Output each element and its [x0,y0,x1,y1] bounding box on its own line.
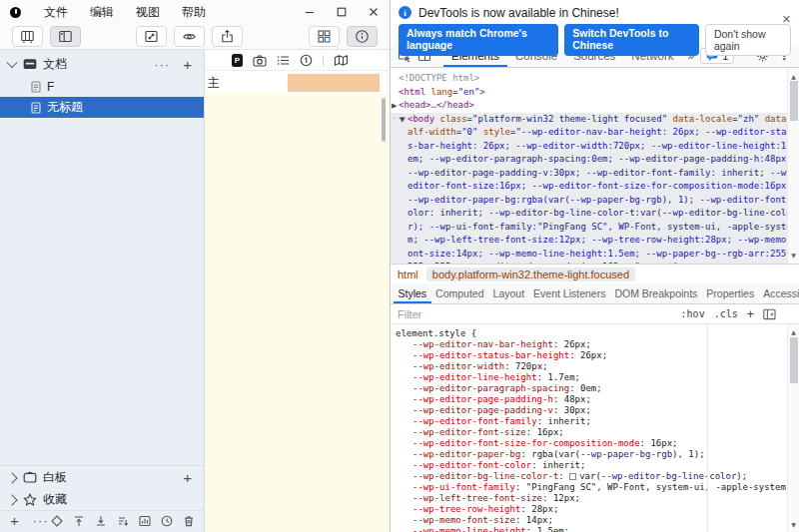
doc-item-1[interactable]: 无标题 [0,97,204,118]
screen: 文件编辑视图帮助 文档 ··· + [0,0,799,532]
sidebar-section-documents[interactable]: 文档 ··· + [0,52,204,76]
sidebar-section-favorites[interactable]: 收藏 [0,489,204,510]
sidebar-toggle-button[interactable] [50,26,81,47]
documents-folder-icon [23,58,37,70]
css-property-7[interactable]: --wp-editor-font-family: inherit; [396,416,799,427]
new-style-rule-button[interactable]: + [747,307,754,321]
css-property-11[interactable]: --wp-editor-font-color: inherit; [396,460,799,471]
css-property-8[interactable]: --wp-editor-font-size: 16px; [396,427,799,438]
elements-dom-tree[interactable]: <!DOCTYPE html><html lang="en">▶<head>…<… [391,68,799,264]
dom-tree-line-2[interactable]: ▶<head>…</head> [393,99,786,113]
css-property-3[interactable]: --wp-editor-line-height: 1.7em; [396,372,799,383]
styles-tab-event-listeners[interactable]: Event Listeners [529,283,610,303]
star-icon [23,493,37,506]
banner-button-2[interactable]: Don't show again [705,24,791,56]
whiteboard-label: 白板 [43,469,170,486]
styles-tab-computed[interactable]: Computed [431,283,488,303]
css-property-12[interactable]: --wp-editor-bg-line-color-t: var(--wp-ed… [396,471,799,482]
css-property-6[interactable]: --wp-editor-page-padding-v: 30px; [396,405,799,416]
word-count-icon[interactable] [300,54,313,67]
footer-add-button[interactable]: + [10,513,19,528]
styles-tab-dom-breakpoints[interactable]: DOM Breakpoints [610,283,702,303]
scrollbar-thumb[interactable] [790,337,798,383]
banner-button-1[interactable]: Switch DevTools to Chinese [564,24,699,56]
editor-canvas[interactable] [205,93,390,532]
expand-up-icon[interactable] [71,514,88,528]
css-property-17[interactable]: --wp-memo-line-height: 1.5em; [396,526,799,532]
banner-close-icon[interactable]: ✕ [782,13,791,26]
expand-arrow-open[interactable]: ▼ [400,114,404,128]
css-property-16[interactable]: --wp-memo-font-size: 14px; [396,515,799,526]
minimize-button[interactable] [294,0,326,24]
trash-icon[interactable] [181,514,198,528]
library-button[interactable] [12,26,43,47]
scrollbar-thumb[interactable] [790,81,798,121]
resize-window-button[interactable] [136,26,167,47]
css-property-13[interactable]: --wp-ui-font-family: "PingFang SC", WP-F… [396,482,799,493]
history-clock-icon[interactable] [159,514,176,528]
add-document-button[interactable]: + [183,57,192,72]
maximize-button[interactable] [326,0,358,24]
styles-scrollbar[interactable]: ▲ ▼ [787,324,799,532]
filter-input[interactable]: Filter [398,308,421,320]
info-button[interactable] [347,26,378,47]
breadcrumb-body[interactable]: body.platform-win32.theme-light.focused [426,267,635,281]
css-property-9[interactable]: --wp-editor-font-size-for-composition-mo… [396,438,799,449]
styles-tab-styles[interactable]: Styles [394,283,431,303]
share-button[interactable] [212,26,243,47]
toggle-class-button[interactable]: .cls [714,308,738,319]
preview-button[interactable] [174,26,205,47]
css-property-10[interactable]: --wp-editor-paper-bg: rgba(var(--wp-pape… [396,449,799,460]
css-property-4[interactable]: --wp-editor-paragraph-spacing: 0em; [396,383,799,394]
document-label: F [47,80,54,94]
css-property-2[interactable]: --wp-editor-width: 720px; [396,361,799,372]
map-icon[interactable] [334,54,349,67]
sidebar-layout-icon [58,29,73,44]
list-icon[interactable] [277,54,290,67]
document-icon [31,81,41,93]
add-whiteboard-button[interactable]: + [183,470,192,485]
css-property-0[interactable]: --wp-editor-nav-bar-height: 26px; [396,339,799,350]
paragraph-badge-icon[interactable]: P [232,54,243,67]
grid-view-button[interactable] [309,26,340,47]
computed-panel-toggle-icon[interactable] [763,308,776,320]
scroll-down-arrow[interactable]: ▼ [788,519,799,530]
dom-tree-line-1[interactable]: <html lang="en"> [393,86,786,100]
footer-more-button[interactable]: ··· [33,513,49,528]
editor-title-row[interactable]: 主 [205,71,390,93]
more-button[interactable]: ··· [154,57,170,72]
color-swatch[interactable] [569,473,576,480]
dom-tree-line-0[interactable]: <!DOCTYPE html> [393,72,786,86]
diamond-sync-icon[interactable] [49,514,66,528]
doc-item-0[interactable]: F [0,76,204,97]
expand-arrow-closed[interactable]: ▶ [392,100,397,114]
close-button[interactable] [358,0,390,24]
collapse-down-icon[interactable] [93,514,110,528]
elements-scrollbar[interactable]: ▲ ▼ [787,68,799,264]
scroll-up-arrow[interactable]: ▲ [788,326,799,337]
editor-scrollbar-thumb[interactable] [382,98,386,142]
styles-rule-pane[interactable]: element.style {--wp-editor-nav-bar-heigh… [391,324,799,532]
style-rule-selector[interactable]: element.style { [396,328,799,339]
document-label: 无标题 [47,99,83,116]
camera-icon[interactable] [253,54,267,67]
scroll-down-arrow[interactable]: ▼ [788,249,799,263]
breadcrumb-html[interactable]: html [398,268,418,280]
menu-item-0[interactable]: 文件 [33,4,79,21]
menu-item-1[interactable]: 编辑 [79,4,125,21]
toggle-hover-state-button[interactable]: :hov [681,308,705,319]
styles-tab-accessibility[interactable]: Accessibility [759,283,799,303]
css-property-5[interactable]: --wp-editor-page-padding-h: 48px; [396,394,799,405]
css-property-1[interactable]: --wp-editor-status-bar-height: 26px; [396,350,799,361]
bar-chart-icon[interactable] [137,514,154,528]
styles-tab-layout[interactable]: Layout [488,283,529,303]
dom-tree-line-3[interactable]: ···▼<body class="platform-win32 theme-li… [391,113,799,265]
sidebar-section-whiteboard[interactable]: 白板 + [0,465,204,489]
css-property-14[interactable]: --wp-left-tree-font-size: 12px; [396,493,799,504]
menu-item-2[interactable]: 视图 [125,4,171,21]
sort-icon[interactable] [115,514,132,528]
css-property-15[interactable]: --wp-tree-row-height: 28px; [396,504,799,515]
styles-tab-properties[interactable]: Properties [702,283,759,303]
banner-button-0[interactable]: Always match Chrome's language [399,24,558,56]
menu-item-3[interactable]: 帮助 [171,4,217,21]
